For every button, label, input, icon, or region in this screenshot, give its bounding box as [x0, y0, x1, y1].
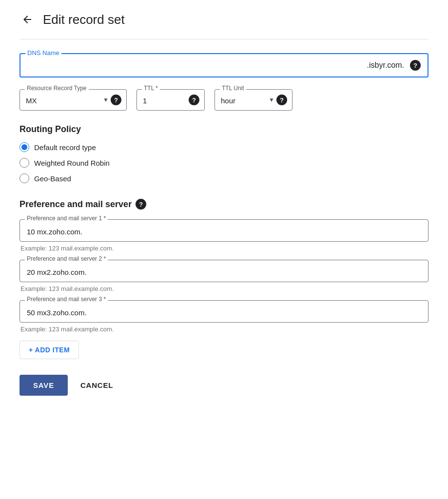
routing-policy-default-label: Default record type	[34, 143, 96, 152]
ttl-unit-field: TTL Unit second minute hour day ▼ ?	[214, 89, 292, 111]
selects-row: Resource Record Type MX A AAAA CNAME NS …	[19, 89, 429, 111]
header-divider	[19, 39, 429, 39]
ttl-field: TTL * ?	[136, 89, 205, 111]
pref-field-group-1: Preference and mail server 1 * Example: …	[19, 219, 429, 252]
dns-name-input[interactable]	[28, 63, 400, 72]
ttl-unit-help-icon[interactable]: ?	[276, 95, 287, 105]
pref-field-2: Preference and mail server 2 *	[19, 260, 429, 282]
header: Edit record set	[19, 12, 429, 27]
preference-section-title: Preference and mail server	[19, 199, 132, 210]
ttl-unit-select[interactable]: second minute hour day	[221, 96, 273, 105]
routing-policy-geo[interactable]: Geo-Based	[19, 173, 429, 183]
resource-record-type-help-icon[interactable]: ?	[111, 95, 121, 105]
page-container: Edit record set DNS Name .isbyr.com. ? R…	[0, 0, 448, 415]
resource-record-type-label: Resource Record Type	[25, 85, 89, 92]
dns-name-group: DNS Name .isbyr.com. ?	[19, 53, 429, 77]
pref-field-1-input[interactable]	[27, 228, 421, 236]
routing-policy-geo-label: Geo-Based	[34, 174, 71, 183]
preference-help-icon[interactable]: ?	[136, 199, 146, 210]
pref-field-1-label: Preference and mail server 1 *	[25, 215, 108, 222]
pref-field-2-label: Preference and mail server 2 *	[25, 255, 108, 262]
resource-record-type-field: Resource Record Type MX A AAAA CNAME NS …	[19, 89, 127, 111]
resource-record-type-select[interactable]: MX A AAAA CNAME NS TXT	[26, 96, 107, 105]
pref-field-group-2: Preference and mail server 2 * Example: …	[19, 260, 429, 292]
back-button[interactable]	[19, 12, 35, 27]
save-button[interactable]: SAVE	[19, 375, 68, 396]
dns-suffix: .isbyr.com.	[367, 61, 404, 70]
page-title: Edit record set	[43, 12, 125, 27]
pref-field-3-label: Preference and mail server 3 *	[25, 296, 108, 303]
routing-policy-default-radio[interactable]	[19, 142, 29, 152]
pref-field-1: Preference and mail server 1 *	[19, 219, 429, 242]
add-item-button[interactable]: + ADD ITEM	[19, 341, 79, 359]
ttl-input[interactable]	[143, 96, 172, 105]
dns-name-field: DNS Name .isbyr.com. ?	[19, 53, 429, 77]
routing-policy-radio-group: Default record type Weighted Round Robin…	[19, 142, 429, 183]
routing-policy-weighted-label: Weighted Round Robin	[34, 159, 110, 167]
pref-field-3: Preference and mail server 3 *	[19, 300, 429, 323]
preference-header: Preference and mail server ?	[19, 199, 429, 210]
preference-section: Preference and mail server ? Preference …	[19, 199, 429, 333]
dns-name-help-icon[interactable]: ?	[410, 60, 421, 71]
routing-policy-weighted[interactable]: Weighted Round Robin	[19, 158, 429, 168]
dns-name-label: DNS Name	[25, 49, 61, 57]
routing-policy-weighted-radio[interactable]	[19, 158, 29, 168]
pref-field-2-input[interactable]	[27, 268, 421, 276]
action-row: SAVE CANCEL	[19, 375, 429, 396]
routing-policy-title: Routing Policy	[19, 124, 429, 134]
pref-field-3-input[interactable]	[27, 308, 421, 317]
routing-policy-section: Routing Policy Default record type Weigh…	[19, 124, 429, 183]
routing-policy-default[interactable]: Default record type	[19, 142, 429, 152]
pref-field-2-example: Example: 123 mail.example.com.	[19, 285, 429, 292]
routing-policy-geo-radio[interactable]	[19, 173, 29, 183]
pref-field-1-example: Example: 123 mail.example.com.	[19, 245, 429, 252]
pref-field-3-example: Example: 123 mail.example.com.	[19, 326, 429, 333]
ttl-unit-label: TTL Unit	[220, 85, 246, 92]
ttl-label: TTL *	[142, 85, 160, 92]
pref-field-group-3: Preference and mail server 3 * Example: …	[19, 300, 429, 333]
cancel-button[interactable]: CANCEL	[76, 375, 118, 396]
ttl-help-icon[interactable]: ?	[189, 95, 199, 105]
